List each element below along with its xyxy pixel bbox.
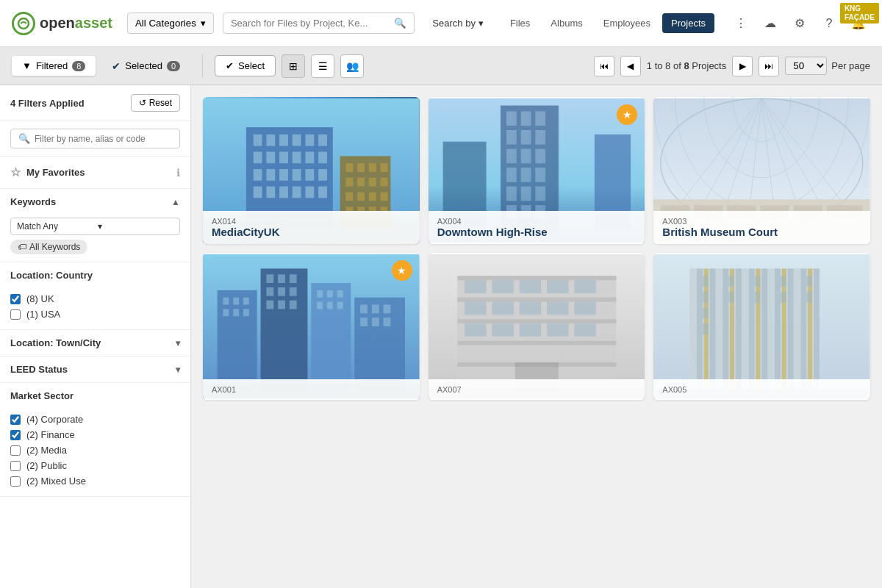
search-button[interactable]: 🔍 (394, 18, 406, 29)
project-card-info-ax014: AX014 MediaCityUK (203, 211, 420, 244)
sector-mixed-use-checkbox[interactable] (10, 476, 21, 487)
chevron-up-icon: ▲ (171, 197, 180, 207)
select-button[interactable]: ✔ Select (215, 55, 276, 76)
nav-files[interactable]: Files (501, 13, 539, 33)
project-image-ax005 (653, 253, 870, 400)
svg-rect-179 (807, 276, 813, 287)
per-page-selector: 50 25 100 Per page (785, 57, 870, 75)
project-card-ax005[interactable]: AX005 (653, 253, 870, 400)
svg-rect-125 (372, 318, 379, 326)
first-page-button[interactable]: ⏮ (594, 56, 614, 76)
location-country-body: (8) UK (1) USA (0, 288, 190, 329)
toolbar: ▼ Filtered 8 ✔ Selected 0 ✔ Select ⊞ ☰ 👥… (0, 47, 882, 85)
svg-rect-161 (788, 268, 794, 391)
per-page-select[interactable]: 50 25 100 (785, 57, 827, 75)
category-dropdown[interactable]: All Categories ▾ (127, 12, 214, 34)
svg-rect-112 (266, 301, 273, 309)
location-town-header[interactable]: Location: Town/City ▾ (0, 330, 190, 356)
sector-finance-checkbox[interactable] (10, 430, 21, 440)
svg-rect-3 (254, 135, 262, 146)
country-usa-checkbox[interactable] (10, 309, 21, 320)
favorites-row[interactable]: ☆ My Favorites ℹ (0, 157, 190, 189)
country-usa[interactable]: (1) USA (10, 306, 180, 322)
country-uk[interactable]: (8) UK (10, 291, 180, 306)
country-uk-label: (8) UK (26, 293, 54, 304)
svg-rect-146 (492, 323, 513, 337)
svg-rect-120 (337, 302, 343, 309)
svg-rect-121 (360, 305, 368, 314)
selected-tab[interactable]: ✔ Selected 0 (101, 56, 190, 76)
svg-rect-106 (266, 274, 273, 283)
svg-rect-9 (254, 151, 262, 163)
info-icon[interactable]: ℹ (176, 167, 180, 179)
more-options-button[interactable]: ⋮ (729, 12, 753, 35)
upload-button[interactable]: ☁ (759, 12, 782, 35)
search-by-button[interactable]: Search by ▾ (423, 13, 492, 33)
market-sector-header[interactable]: Market Sector (0, 383, 190, 409)
svg-rect-162 (801, 268, 807, 391)
sector-public-checkbox[interactable] (10, 461, 21, 471)
keywords-tag[interactable]: 🏷 All Keywords (10, 240, 87, 254)
project-card-ax007[interactable]: AX007 (429, 253, 645, 400)
project-card-ax004[interactable]: ★ AX004 Downtown High-Rise (429, 97, 645, 244)
last-page-button[interactable]: ⏭ (759, 56, 779, 76)
project-card-info-ax005: AX005 (653, 379, 870, 400)
svg-rect-102 (243, 298, 249, 305)
nav-projects[interactable]: Projects (662, 13, 714, 33)
map-view-button[interactable]: 👥 (340, 54, 364, 78)
svg-rect-36 (345, 192, 353, 201)
prev-page-button[interactable]: ◀ (620, 56, 641, 76)
list-view-button[interactable]: ☰ (311, 54, 334, 78)
sector-corporate[interactable]: (4) Corporate (10, 412, 180, 427)
search-input[interactable] (231, 18, 394, 29)
sector-public[interactable]: (2) Public (10, 458, 180, 473)
pagination: ⏮ ◀ 1 to 8 of 8 Projects ▶ ⏭ 50 25 100 P… (594, 56, 870, 76)
svg-rect-35 (381, 178, 388, 187)
project-card-info-ax001: AX001 (203, 379, 420, 400)
grid-view-button[interactable]: ⊞ (282, 54, 305, 78)
filtered-tab[interactable]: ▼ Filtered 8 (12, 56, 96, 76)
svg-rect-140 (465, 302, 486, 315)
project-code-ax003: AX003 (662, 217, 861, 226)
sector-media-checkbox[interactable] (10, 445, 21, 456)
sector-mixed-use[interactable]: (2) Mixed Use (10, 473, 180, 489)
next-page-button[interactable]: ▶ (732, 56, 753, 76)
nav-employees[interactable]: Employees (595, 13, 659, 33)
reset-button[interactable]: ↺ Reset (131, 94, 180, 112)
match-dropdown[interactable]: Match Any ▾ (10, 218, 180, 235)
location-country-header[interactable]: Location: Country (0, 262, 190, 288)
keywords-body: Match Any ▾ 🏷 All Keywords (0, 215, 190, 262)
svg-rect-176 (755, 292, 761, 303)
filter-search-input[interactable] (35, 134, 172, 144)
favorite-badge-ax001[interactable]: ★ (392, 260, 412, 281)
logo-text: openasset (40, 15, 112, 32)
leed-status-section: LEED Status ▾ (0, 356, 190, 383)
svg-rect-159 (762, 268, 768, 391)
sector-corporate-checkbox[interactable] (10, 415, 21, 425)
toolbar-separator (202, 54, 203, 78)
svg-rect-111 (290, 287, 297, 296)
project-card-ax001[interactable]: ★ AX001 (203, 253, 420, 400)
search-by-label: Search by (432, 18, 476, 29)
svg-rect-17 (279, 169, 288, 181)
project-name-ax004: Downtown High-Rise (437, 226, 637, 238)
svg-rect-37 (357, 192, 365, 201)
country-uk-checkbox[interactable] (10, 294, 21, 304)
project-code-ax004: AX004 (437, 217, 637, 226)
sector-finance[interactable]: (2) Finance (10, 427, 180, 442)
leed-status-header[interactable]: LEED Status ▾ (0, 356, 190, 382)
svg-rect-124 (360, 318, 368, 326)
favorites-label: My Favorites (26, 167, 85, 178)
project-card-ax014[interactable]: AX014 MediaCityUK (203, 97, 420, 244)
sector-media[interactable]: (2) Media (10, 442, 180, 458)
keywords-header[interactable]: Keywords ▲ (0, 189, 190, 215)
settings-button[interactable]: ⚙ (788, 12, 811, 35)
svg-rect-110 (278, 287, 285, 296)
project-card-ax003[interactable]: AX003 British Museum Court (653, 97, 870, 244)
svg-rect-144 (574, 302, 595, 315)
nav-albums[interactable]: Albums (542, 13, 591, 33)
svg-rect-5 (279, 135, 288, 146)
svg-rect-114 (290, 301, 297, 309)
svg-rect-25 (305, 187, 314, 198)
help-button[interactable]: ? (817, 12, 841, 35)
